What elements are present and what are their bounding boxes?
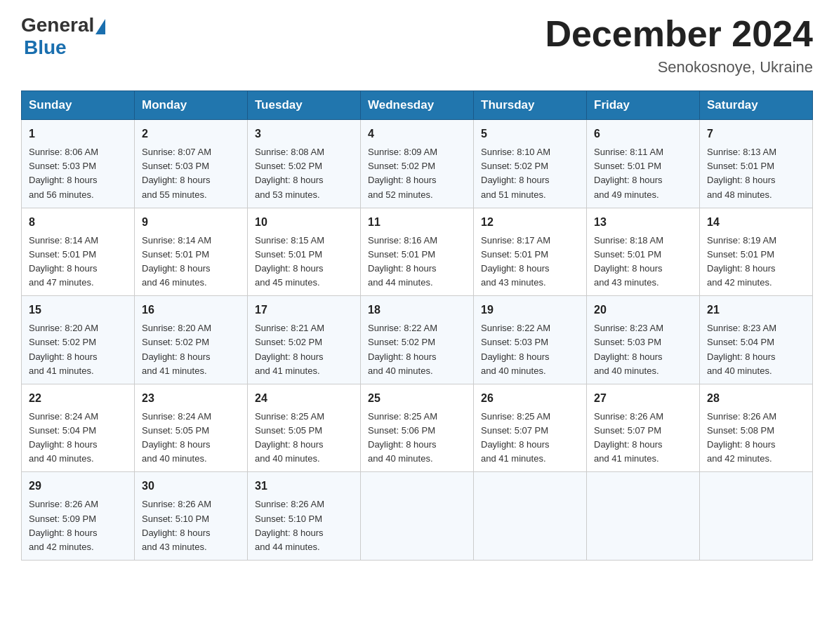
day-info: Sunrise: 8:07 AMSunset: 5:03 PMDaylight:… xyxy=(142,145,240,202)
day-number: 19 xyxy=(481,302,579,318)
day-info: Sunrise: 8:26 AMSunset: 5:10 PMDaylight:… xyxy=(255,497,353,554)
calendar-cell xyxy=(361,472,474,561)
calendar-cell: 7Sunrise: 8:13 AMSunset: 5:01 PMDaylight… xyxy=(700,120,813,208)
location-subtitle: Senokosnoye, Ukraine xyxy=(545,58,813,76)
calendar-row: 1Sunrise: 8:06 AMSunset: 5:03 PMDaylight… xyxy=(22,120,813,208)
day-number: 18 xyxy=(368,302,466,318)
calendar-cell: 24Sunrise: 8:25 AMSunset: 5:05 PMDayligh… xyxy=(248,384,361,472)
day-info: Sunrise: 8:26 AMSunset: 5:07 PMDaylight:… xyxy=(594,410,692,467)
header-cell-wednesday: Wednesday xyxy=(361,91,474,120)
calendar-cell xyxy=(700,472,813,561)
calendar-table: SundayMondayTuesdayWednesdayThursdayFrid… xyxy=(21,90,813,561)
calendar-cell: 9Sunrise: 8:14 AMSunset: 5:01 PMDaylight… xyxy=(135,208,248,296)
calendar-body: 1Sunrise: 8:06 AMSunset: 5:03 PMDaylight… xyxy=(22,120,813,561)
day-number: 29 xyxy=(29,478,127,495)
day-number: 4 xyxy=(368,126,466,142)
header-cell-monday: Monday xyxy=(135,91,248,120)
day-info: Sunrise: 8:18 AMSunset: 5:01 PMDaylight:… xyxy=(594,234,692,290)
day-number: 17 xyxy=(255,302,353,318)
calendar-cell: 6Sunrise: 8:11 AMSunset: 5:01 PMDaylight… xyxy=(587,120,700,208)
day-number: 20 xyxy=(594,302,692,318)
calendar-row: 29Sunrise: 8:26 AMSunset: 5:09 PMDayligh… xyxy=(22,472,813,561)
day-number: 23 xyxy=(142,390,240,407)
calendar-cell: 27Sunrise: 8:26 AMSunset: 5:07 PMDayligh… xyxy=(587,384,700,472)
calendar-cell: 18Sunrise: 8:22 AMSunset: 5:02 PMDayligh… xyxy=(361,296,474,384)
day-number: 13 xyxy=(594,214,692,231)
day-number: 6 xyxy=(594,126,692,142)
day-info: Sunrise: 8:25 AMSunset: 5:07 PMDaylight:… xyxy=(481,410,579,467)
calendar-cell: 3Sunrise: 8:08 AMSunset: 5:02 PMDaylight… xyxy=(248,120,361,208)
month-year-title: December 2024 xyxy=(545,14,813,54)
day-number: 31 xyxy=(255,478,353,495)
day-info: Sunrise: 8:09 AMSunset: 5:02 PMDaylight:… xyxy=(368,145,466,202)
calendar-cell: 16Sunrise: 8:20 AMSunset: 5:02 PMDayligh… xyxy=(135,296,248,384)
day-number: 10 xyxy=(255,214,353,231)
calendar-cell: 20Sunrise: 8:23 AMSunset: 5:03 PMDayligh… xyxy=(587,296,700,384)
day-info: Sunrise: 8:26 AMSunset: 5:08 PMDaylight:… xyxy=(707,410,805,467)
day-info: Sunrise: 8:14 AMSunset: 5:01 PMDaylight:… xyxy=(29,234,127,290)
day-info: Sunrise: 8:20 AMSunset: 5:02 PMDaylight:… xyxy=(29,321,127,378)
day-info: Sunrise: 8:19 AMSunset: 5:01 PMDaylight:… xyxy=(707,234,805,290)
calendar-cell: 1Sunrise: 8:06 AMSunset: 5:03 PMDaylight… xyxy=(22,120,135,208)
calendar-row: 22Sunrise: 8:24 AMSunset: 5:04 PMDayligh… xyxy=(22,384,813,472)
day-number: 1 xyxy=(29,126,127,142)
page-header: General Blue December 2024 Senokosnoye, … xyxy=(21,14,813,76)
calendar-cell: 17Sunrise: 8:21 AMSunset: 5:02 PMDayligh… xyxy=(248,296,361,384)
calendar-header: SundayMondayTuesdayWednesdayThursdayFrid… xyxy=(22,91,813,120)
day-number: 21 xyxy=(707,302,805,318)
day-number: 26 xyxy=(481,390,579,407)
calendar-cell: 14Sunrise: 8:19 AMSunset: 5:01 PMDayligh… xyxy=(700,208,813,296)
day-number: 11 xyxy=(368,214,466,231)
calendar-cell: 21Sunrise: 8:23 AMSunset: 5:04 PMDayligh… xyxy=(700,296,813,384)
day-info: Sunrise: 8:22 AMSunset: 5:03 PMDaylight:… xyxy=(481,321,579,378)
calendar-cell: 5Sunrise: 8:10 AMSunset: 5:02 PMDaylight… xyxy=(474,120,587,208)
day-number: 5 xyxy=(481,126,579,142)
calendar-cell: 13Sunrise: 8:18 AMSunset: 5:01 PMDayligh… xyxy=(587,208,700,296)
day-number: 28 xyxy=(707,390,805,407)
day-info: Sunrise: 8:06 AMSunset: 5:03 PMDaylight:… xyxy=(29,145,127,202)
header-row: SundayMondayTuesdayWednesdayThursdayFrid… xyxy=(22,91,813,120)
day-number: 3 xyxy=(255,126,353,142)
day-info: Sunrise: 8:24 AMSunset: 5:05 PMDaylight:… xyxy=(142,410,240,467)
calendar-cell: 25Sunrise: 8:25 AMSunset: 5:06 PMDayligh… xyxy=(361,384,474,472)
calendar-cell: 2Sunrise: 8:07 AMSunset: 5:03 PMDaylight… xyxy=(135,120,248,208)
calendar-cell: 23Sunrise: 8:24 AMSunset: 5:05 PMDayligh… xyxy=(135,384,248,472)
logo-blue-text: Blue xyxy=(24,36,67,58)
logo-triangle-icon xyxy=(95,19,105,34)
calendar-cell: 26Sunrise: 8:25 AMSunset: 5:07 PMDayligh… xyxy=(474,384,587,472)
day-number: 30 xyxy=(142,478,240,495)
header-cell-saturday: Saturday xyxy=(700,91,813,120)
day-number: 24 xyxy=(255,390,353,407)
title-area: December 2024 Senokosnoye, Ukraine xyxy=(545,14,813,76)
calendar-row: 8Sunrise: 8:14 AMSunset: 5:01 PMDaylight… xyxy=(22,208,813,296)
day-number: 25 xyxy=(368,390,466,407)
logo: General Blue xyxy=(21,14,107,59)
header-cell-friday: Friday xyxy=(587,91,700,120)
day-info: Sunrise: 8:14 AMSunset: 5:01 PMDaylight:… xyxy=(142,234,240,290)
day-number: 7 xyxy=(707,126,805,142)
day-info: Sunrise: 8:10 AMSunset: 5:02 PMDaylight:… xyxy=(481,145,579,202)
day-info: Sunrise: 8:16 AMSunset: 5:01 PMDaylight:… xyxy=(368,234,466,290)
calendar-cell: 19Sunrise: 8:22 AMSunset: 5:03 PMDayligh… xyxy=(474,296,587,384)
header-cell-thursday: Thursday xyxy=(474,91,587,120)
day-info: Sunrise: 8:25 AMSunset: 5:05 PMDaylight:… xyxy=(255,410,353,467)
calendar-row: 15Sunrise: 8:20 AMSunset: 5:02 PMDayligh… xyxy=(22,296,813,384)
day-info: Sunrise: 8:13 AMSunset: 5:01 PMDaylight:… xyxy=(707,145,805,202)
day-info: Sunrise: 8:25 AMSunset: 5:06 PMDaylight:… xyxy=(368,410,466,467)
calendar-cell: 15Sunrise: 8:20 AMSunset: 5:02 PMDayligh… xyxy=(22,296,135,384)
day-info: Sunrise: 8:24 AMSunset: 5:04 PMDaylight:… xyxy=(29,410,127,467)
day-number: 27 xyxy=(594,390,692,407)
calendar-cell xyxy=(474,472,587,561)
header-cell-sunday: Sunday xyxy=(22,91,135,120)
calendar-cell: 22Sunrise: 8:24 AMSunset: 5:04 PMDayligh… xyxy=(22,384,135,472)
logo-general-text: General xyxy=(21,14,94,36)
calendar-cell: 8Sunrise: 8:14 AMSunset: 5:01 PMDaylight… xyxy=(22,208,135,296)
calendar-cell: 4Sunrise: 8:09 AMSunset: 5:02 PMDaylight… xyxy=(361,120,474,208)
day-number: 12 xyxy=(481,214,579,231)
calendar-cell: 10Sunrise: 8:15 AMSunset: 5:01 PMDayligh… xyxy=(248,208,361,296)
day-info: Sunrise: 8:23 AMSunset: 5:03 PMDaylight:… xyxy=(594,321,692,378)
day-number: 15 xyxy=(29,302,127,318)
day-info: Sunrise: 8:11 AMSunset: 5:01 PMDaylight:… xyxy=(594,145,692,202)
calendar-cell xyxy=(587,472,700,561)
day-number: 9 xyxy=(142,214,240,231)
